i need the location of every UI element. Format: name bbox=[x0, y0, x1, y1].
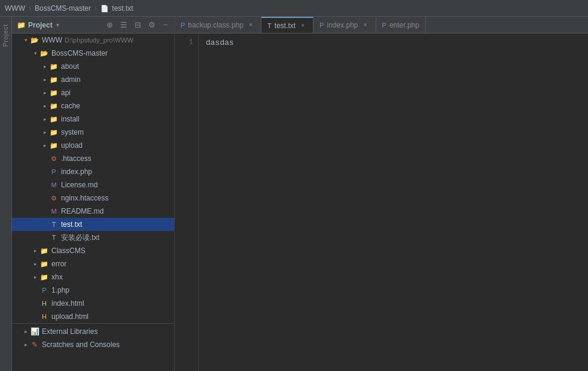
tree-item-upload[interactable]: 📁 upload bbox=[12, 139, 174, 152]
tree-item-license[interactable]: M License.md bbox=[12, 178, 174, 191]
folder-icon-classcms: 📁 bbox=[39, 246, 49, 256]
project-title: 📁 Project ▾ bbox=[17, 21, 59, 29]
layout-button[interactable]: ☰ bbox=[118, 20, 129, 30]
file-tree[interactable]: 📂 WWW D:\phpstudy_pro\WWW 📂 BossCMS-mast… bbox=[12, 34, 174, 371]
tree-item-testtxt[interactable]: T test.txt bbox=[12, 218, 174, 231]
tree-item-bosscms[interactable]: 📂 BossCMS-master bbox=[12, 47, 174, 60]
tab-index[interactable]: P index.php × bbox=[313, 17, 376, 33]
arrow-classcms bbox=[31, 247, 39, 255]
tab-label-testtxt: test.txt bbox=[275, 22, 295, 30]
tree-item-classcms[interactable]: 📁 ClassCMS bbox=[12, 244, 174, 257]
label-error: error bbox=[51, 260, 66, 268]
tree-item-xhx[interactable]: 📁 xhx bbox=[12, 270, 174, 284]
tree-item-install[interactable]: 📁 install bbox=[12, 112, 174, 126]
label-install-readme: 安装必读.txt bbox=[61, 233, 99, 243]
folder-icon-error: 📁 bbox=[39, 259, 49, 269]
label-readme: README.md bbox=[61, 207, 103, 215]
tab-icon-enter: P bbox=[382, 22, 386, 29]
side-strip: Project bbox=[0, 17, 12, 371]
gear-button[interactable]: ⚙ bbox=[147, 20, 157, 30]
tree-item-system[interactable]: 📁 system bbox=[12, 126, 174, 139]
arrow-scratches bbox=[22, 340, 30, 349]
label-indexhtml: index.html bbox=[51, 299, 84, 308]
tree-item-about[interactable]: 📁 about bbox=[12, 60, 174, 73]
tree-item-extlib[interactable]: 📊 External Libraries bbox=[12, 325, 174, 338]
label-htaccess: .htaccess bbox=[61, 154, 92, 163]
title-sep2: › bbox=[95, 4, 97, 13]
code-area[interactable]: dasdas bbox=[199, 34, 588, 371]
tree-item-install-readme[interactable]: T 安装必读.txt bbox=[12, 231, 174, 244]
side-strip-label[interactable]: Project bbox=[2, 24, 9, 47]
line-number-1: 1 bbox=[175, 38, 193, 47]
tab-label-backup: backup.class.php bbox=[188, 21, 243, 29]
minimize-button[interactable]: − bbox=[161, 20, 169, 30]
tab-label-enter: enter.php bbox=[389, 21, 419, 29]
arrow-admin bbox=[41, 75, 49, 84]
tab-backup[interactable]: P backup.class.php × bbox=[175, 17, 261, 33]
label-system: system bbox=[61, 128, 84, 136]
line-numbers: 1 bbox=[175, 34, 199, 371]
tree-item-readme[interactable]: M README.md bbox=[12, 205, 174, 218]
file-icon-license: M bbox=[49, 180, 59, 190]
file-icon-onephp: P bbox=[39, 285, 49, 295]
file-icon-testtxt: T bbox=[49, 220, 59, 229]
tab-icon-index: P bbox=[319, 22, 324, 29]
tab-testtxt[interactable]: T test.txt × bbox=[261, 17, 313, 33]
editor-area: P backup.class.php × T test.txt × P inde… bbox=[175, 17, 588, 371]
project-chevron-icon[interactable]: ▾ bbox=[56, 22, 59, 28]
tree-item-indexhtml[interactable]: H index.html bbox=[12, 297, 174, 310]
tree-item-uploadhtml[interactable]: H upload.html bbox=[12, 310, 174, 323]
arrow-xhx bbox=[31, 273, 39, 281]
tree-item-onephp[interactable]: P 1.php bbox=[12, 284, 174, 297]
tab-enter[interactable]: P enter.php bbox=[376, 17, 426, 33]
folder-icon-cache: 📁 bbox=[49, 101, 59, 111]
main-area: Project 📁 Project ▾ ⊕ ☰ ⊟ ⚙ − 📂 bbox=[0, 17, 588, 371]
tab-icon-backup: P bbox=[181, 22, 185, 29]
file-icon-nginx: ⚙ bbox=[49, 193, 59, 203]
title-sep1: › bbox=[29, 4, 31, 13]
project-actions: ⊕ ☰ ⊟ ⚙ − bbox=[105, 20, 169, 30]
project-title-label: Project bbox=[28, 21, 53, 29]
file-icon-indexphp: P bbox=[49, 167, 59, 177]
tree-item-error[interactable]: 📁 error bbox=[12, 257, 174, 270]
tab-close-index[interactable]: × bbox=[361, 21, 370, 29]
title-bar: WWW › BossCMS-master › 📄 test.txt bbox=[0, 0, 588, 17]
label-cache: cache bbox=[61, 102, 80, 110]
label-indexphp: index.php bbox=[61, 168, 92, 176]
tab-close-backup[interactable]: × bbox=[246, 21, 255, 29]
label-www: WWW bbox=[42, 36, 62, 44]
label-about: about bbox=[61, 62, 79, 71]
file-icon-readme: M bbox=[49, 206, 59, 216]
title-parent: BossCMS-master bbox=[35, 4, 91, 13]
tree-item-admin[interactable]: 📁 admin bbox=[12, 73, 174, 86]
label-nginx: nginx.htaccess bbox=[61, 194, 108, 202]
extlib-icon: 📊 bbox=[30, 327, 39, 336]
tree-item-www[interactable]: 📂 WWW D:\phpstudy_pro\WWW bbox=[12, 34, 174, 47]
scratches-icon: ✎ bbox=[30, 340, 39, 349]
editor-content: 1 dasdas bbox=[175, 34, 588, 371]
label-uploadhtml: upload.html bbox=[51, 312, 89, 321]
tree-item-api[interactable]: 📁 api bbox=[12, 86, 174, 99]
label-onephp: 1.php bbox=[51, 286, 69, 294]
arrow-install bbox=[41, 115, 49, 123]
tab-label-index: index.php bbox=[327, 21, 358, 29]
tree-item-indexphp[interactable]: P index.php bbox=[12, 165, 174, 178]
tree-item-nginx[interactable]: ⚙ nginx.htaccess bbox=[12, 191, 174, 205]
folder-icon-system: 📁 bbox=[49, 127, 59, 137]
tree-item-htaccess[interactable]: ⚙ .htaccess bbox=[12, 152, 174, 165]
folder-icon-api: 📁 bbox=[49, 88, 59, 98]
folder-icon-about: 📁 bbox=[49, 62, 59, 71]
arrow-api bbox=[41, 89, 49, 97]
title-file: 📄 test.txt bbox=[100, 4, 133, 13]
label-classcms: ClassCMS bbox=[51, 247, 86, 255]
split-button[interactable]: ⊟ bbox=[133, 20, 143, 30]
code-line-1: dasdas bbox=[206, 38, 234, 47]
folder-icon-upload: 📁 bbox=[49, 141, 59, 150]
add-button[interactable]: ⊕ bbox=[105, 20, 115, 30]
tree-item-scratches[interactable]: ✎ Scratches and Consoles bbox=[12, 338, 174, 351]
label-scratches: Scratches and Consoles bbox=[42, 340, 120, 349]
tree-item-cache[interactable]: 📁 cache bbox=[12, 99, 174, 112]
arrow-extlib bbox=[22, 327, 30, 336]
tab-close-testtxt[interactable]: × bbox=[298, 22, 307, 30]
arrow-www bbox=[22, 36, 30, 44]
